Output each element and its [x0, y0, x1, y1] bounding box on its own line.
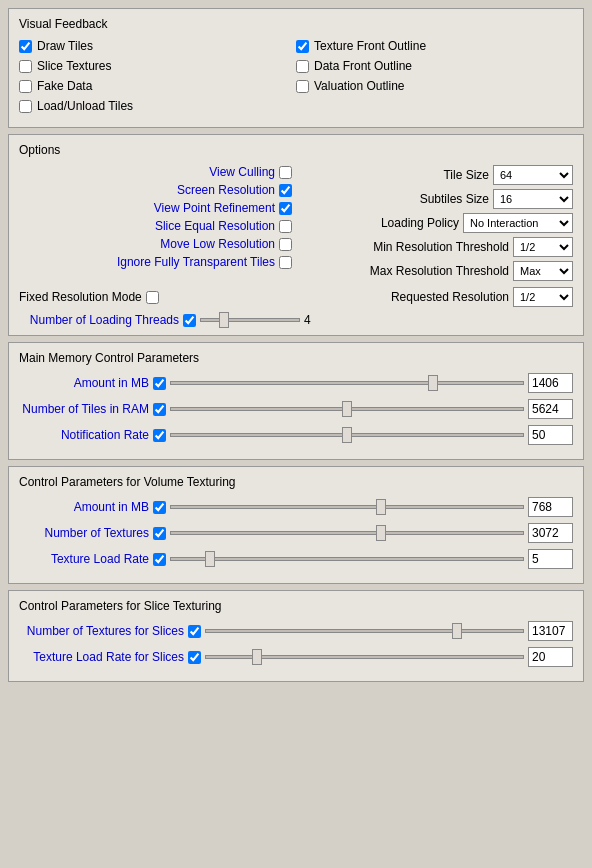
slice-equal-resolution-checkbox[interactable]: [279, 220, 292, 233]
tile-size-select[interactable]: 32 64 128 256: [493, 165, 573, 185]
data-front-outline-checkbox[interactable]: [296, 60, 309, 73]
requested-resolution-label: Requested Resolution: [391, 290, 509, 304]
options-section: Options View Culling Screen Resolution V…: [8, 134, 584, 336]
subtiles-size-label: Subtiles Size: [420, 192, 489, 206]
slice-texturing-section: Control Parameters for Slice Texturing N…: [8, 590, 584, 682]
load-unload-tiles-checkbox[interactable]: [19, 100, 32, 113]
num-tiles-ram-label: Number of Tiles in RAM: [19, 402, 149, 416]
valuation-outline-row: Valuation Outline: [296, 79, 573, 93]
amount-mb-input[interactable]: [528, 373, 573, 393]
st-num-textures-checkbox[interactable]: [188, 625, 201, 638]
data-front-outline-row: Data Front Outline: [296, 59, 573, 73]
view-culling-label: View Culling: [209, 165, 275, 179]
view-point-refinement-label: View Point Refinement: [154, 201, 275, 215]
st-load-rate-input[interactable]: [528, 647, 573, 667]
min-res-threshold-select[interactable]: 1/8 1/4 1/2 1: [513, 237, 573, 257]
view-culling-checkbox[interactable]: [279, 166, 292, 179]
fixed-requested-row: Fixed Resolution Mode Requested Resoluti…: [19, 287, 573, 307]
notification-rate-slider[interactable]: [170, 433, 524, 437]
vt-load-rate-input[interactable]: [528, 549, 573, 569]
data-front-outline-label: Data Front Outline: [314, 59, 412, 73]
num-tiles-ram-row: Number of Tiles in RAM: [19, 399, 573, 419]
fake-data-checkbox[interactable]: [19, 80, 32, 93]
vt-amount-mb-slider[interactable]: [170, 505, 524, 509]
loading-threads-slider[interactable]: [200, 318, 300, 322]
num-tiles-ram-checkbox[interactable]: [153, 403, 166, 416]
loading-threads-label: Number of Loading Threads: [19, 313, 179, 327]
loading-threads-row: Number of Loading Threads 4: [19, 313, 573, 327]
vt-load-rate-label: Texture Load Rate: [19, 552, 149, 566]
visual-feedback-section: Visual Feedback Draw Tiles Slice Texture…: [8, 8, 584, 128]
texture-front-outline-label: Texture Front Outline: [314, 39, 426, 53]
tile-size-row: Tile Size 32 64 128 256: [300, 165, 573, 185]
volume-texturing-section: Control Parameters for Volume Texturing …: [8, 466, 584, 584]
subtiles-size-select[interactable]: 8 16 32: [493, 189, 573, 209]
requested-resolution-select[interactable]: 1/8 1/4 1/2 1: [513, 287, 573, 307]
amount-mb-row: Amount in MB: [19, 373, 573, 393]
st-load-rate-label: Texture Load Rate for Slices: [19, 650, 184, 664]
st-load-rate-slider[interactable]: [205, 655, 524, 659]
slice-textures-checkbox[interactable]: [19, 60, 32, 73]
vf-left-col: Draw Tiles Slice Textures Fake Data Load…: [19, 39, 296, 119]
notification-rate-checkbox[interactable]: [153, 429, 166, 442]
slice-texturing-title: Control Parameters for Slice Texturing: [19, 599, 573, 613]
st-load-rate-row: Texture Load Rate for Slices: [19, 647, 573, 667]
valuation-outline-checkbox[interactable]: [296, 80, 309, 93]
vt-amount-mb-input[interactable]: [528, 497, 573, 517]
fake-data-row: Fake Data: [19, 79, 296, 93]
options-title: Options: [19, 143, 573, 157]
max-res-threshold-row: Max Resolution Threshold 1/2 1 Max: [300, 261, 573, 281]
slice-equal-resolution-row: Slice Equal Resolution: [19, 219, 292, 233]
fixed-resolution-label: Fixed Resolution Mode: [19, 290, 142, 304]
num-tiles-ram-slider[interactable]: [170, 407, 524, 411]
visual-feedback-title: Visual Feedback: [19, 17, 573, 31]
loading-policy-row: Loading Policy No Interaction On Demand …: [300, 213, 573, 233]
draw-tiles-row: Draw Tiles: [19, 39, 296, 53]
st-num-textures-input[interactable]: [528, 621, 573, 641]
options-left: View Culling Screen Resolution View Poin…: [19, 165, 292, 281]
slice-textures-label: Slice Textures: [37, 59, 111, 73]
vf-right-col: Texture Front Outline Data Front Outline…: [296, 39, 573, 119]
options-right: Tile Size 32 64 128 256 Subtiles Size 8 …: [300, 165, 573, 281]
texture-front-outline-checkbox[interactable]: [296, 40, 309, 53]
vt-num-textures-checkbox[interactable]: [153, 527, 166, 540]
notification-rate-input[interactable]: [528, 425, 573, 445]
move-low-resolution-checkbox[interactable]: [279, 238, 292, 251]
vt-load-rate-slider[interactable]: [170, 557, 524, 561]
fixed-resolution-checkbox[interactable]: [146, 291, 159, 304]
requested-resolution-item: Requested Resolution 1/8 1/4 1/2 1: [391, 287, 573, 307]
amount-mb-label: Amount in MB: [19, 376, 149, 390]
tile-size-label: Tile Size: [443, 168, 489, 182]
num-tiles-ram-input[interactable]: [528, 399, 573, 419]
vt-load-rate-checkbox[interactable]: [153, 553, 166, 566]
ignore-transparent-checkbox[interactable]: [279, 256, 292, 269]
draw-tiles-checkbox[interactable]: [19, 40, 32, 53]
view-point-refinement-checkbox[interactable]: [279, 202, 292, 215]
min-res-threshold-row: Min Resolution Threshold 1/8 1/4 1/2 1: [300, 237, 573, 257]
st-num-textures-label: Number of Textures for Slices: [19, 624, 184, 638]
load-unload-tiles-row: Load/Unload Tiles: [19, 99, 296, 113]
main-memory-title: Main Memory Control Parameters: [19, 351, 573, 365]
ignore-transparent-row: Ignore Fully Transparent Tiles: [19, 255, 292, 269]
amount-mb-checkbox[interactable]: [153, 377, 166, 390]
fixed-resolution-item: Fixed Resolution Mode: [19, 290, 159, 304]
max-res-threshold-select[interactable]: 1/2 1 Max: [513, 261, 573, 281]
notification-rate-row: Notification Rate: [19, 425, 573, 445]
screen-resolution-checkbox[interactable]: [279, 184, 292, 197]
notification-rate-label: Notification Rate: [19, 428, 149, 442]
max-res-threshold-label: Max Resolution Threshold: [370, 264, 509, 278]
amount-mb-slider[interactable]: [170, 381, 524, 385]
vt-num-textures-label: Number of Textures: [19, 526, 149, 540]
st-num-textures-slider[interactable]: [205, 629, 524, 633]
loading-threads-checkbox[interactable]: [183, 314, 196, 327]
volume-texturing-title: Control Parameters for Volume Texturing: [19, 475, 573, 489]
st-load-rate-checkbox[interactable]: [188, 651, 201, 664]
vt-num-textures-input[interactable]: [528, 523, 573, 543]
slice-textures-row: Slice Textures: [19, 59, 296, 73]
loading-policy-select[interactable]: No Interaction On Demand Preload: [463, 213, 573, 233]
load-unload-tiles-label: Load/Unload Tiles: [37, 99, 133, 113]
vt-amount-mb-checkbox[interactable]: [153, 501, 166, 514]
main-container: Visual Feedback Draw Tiles Slice Texture…: [0, 0, 592, 696]
screen-resolution-label: Screen Resolution: [177, 183, 275, 197]
vt-num-textures-slider[interactable]: [170, 531, 524, 535]
